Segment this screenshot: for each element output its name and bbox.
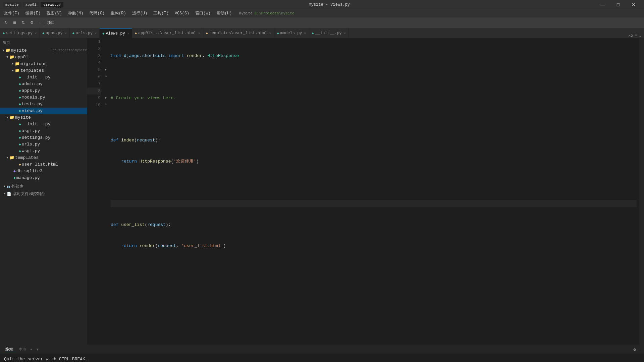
tab-label: app01\...\user_list.html [138, 31, 196, 36]
scroll-down[interactable]: ⌄ [639, 34, 641, 38]
code-line-1: from django.shortcuts import render, Htt… [111, 52, 637, 59]
tree-manage-py[interactable]: ◆ manage.py [0, 175, 87, 181]
menu-refactor[interactable]: 重构(R) [108, 10, 129, 17]
py-file-icon: ◆ [19, 141, 21, 148]
menu-run[interactable]: 运行(U) [129, 10, 150, 17]
tree-admin-py[interactable]: ◆ admin.py [0, 81, 87, 87]
menu-navigate[interactable]: 导航(N) [65, 10, 86, 17]
tree-arrow [9, 168, 13, 175]
close-button[interactable]: ✕ [626, 0, 641, 9]
menu-window[interactable]: 窗口(W) [193, 10, 213, 17]
tree-app01-templates[interactable]: ► 📁 templates [0, 67, 87, 74]
menu-edit[interactable]: 编辑(E) [23, 10, 44, 17]
sidebar-external-libs[interactable]: ► ☷ 外部库 [0, 183, 87, 190]
tree-app01[interactable]: ▼ 📁 app01 [0, 54, 87, 61]
menu-view[interactable]: 视图(V) [44, 10, 65, 17]
toolbar-collapse-btn[interactable]: − [37, 20, 43, 25]
terminal-dropdown-btn[interactable]: ▼ [37, 348, 39, 352]
breadcrumb-project[interactable]: 项目 [47, 20, 55, 25]
tab-templates-user-list[interactable]: ◆ templates\user_list.html ✕ [203, 28, 274, 38]
terminal-content[interactable]: Quit the server with CTRL-BREAK. PS E:\P… [0, 354, 644, 362]
fold-sub-6[interactable]: └ [103, 73, 108, 80]
maximize-button[interactable]: □ [610, 0, 626, 9]
terminal-add-btn[interactable]: + [30, 348, 33, 352]
fold-btn-5[interactable]: ▼ [103, 66, 108, 73]
menu-vcs[interactable]: VCS(S) [172, 10, 192, 16]
terminal-minimize-btn[interactable]: − [637, 347, 640, 352]
line-num-1: 1 [87, 38, 101, 45]
tab-app01-user-list[interactable]: ◆ app01\...\user_list.html ✕ [132, 28, 203, 38]
toolbar-list-btn[interactable]: ☰ [11, 20, 18, 25]
menu-code[interactable]: 代码(C) [87, 10, 107, 17]
tab-apps-py[interactable]: ◆ apps.py ✕ [40, 28, 69, 38]
menu-tools[interactable]: 工具(T) [151, 10, 171, 17]
tree-migrations[interactable]: ► 📁 migrations [0, 61, 87, 67]
fold-btn-9[interactable]: ▼ [103, 95, 108, 102]
scroll-up[interactable]: ⌃ [635, 34, 637, 38]
tree-root-mysite[interactable]: ▼ 📁 mysite E:\Projects\mysite [0, 47, 87, 54]
tree-mysite-init[interactable]: ◆ __init__.py [0, 121, 87, 128]
tab-close-init[interactable]: ✕ [344, 31, 346, 35]
tab-close-models[interactable]: ✕ [304, 31, 306, 35]
terminal-right-controls: ⚙ − [633, 347, 641, 352]
py-icon: ◆ [3, 31, 5, 35]
tab-close-tmpl-ul[interactable]: ✕ [269, 31, 271, 35]
tree-app01-init[interactable]: ◆ __init__.py [0, 74, 87, 81]
tab-urls-py[interactable]: ◆ urls.py ✕ [70, 28, 100, 38]
tab-close-settings[interactable]: ✕ [35, 31, 37, 35]
py-icon: ◆ [42, 31, 44, 35]
line-num-2: 2 [87, 45, 101, 52]
title-tab-views[interactable]: views.py [41, 2, 64, 7]
tab-close-views[interactable]: ✕ [127, 32, 129, 36]
tab-init-py[interactable]: ◆ __init__.py ✕ [309, 28, 349, 38]
sidebar-scratch[interactable]: ► 📄 临时文件和控制台 [0, 190, 87, 197]
menu-file[interactable]: 文件(F) [1, 10, 22, 17]
project-path: E:\Projects\mysite [255, 11, 294, 15]
toolbar-sync-btn[interactable]: ↻ [3, 20, 10, 25]
tab-close-apps[interactable]: ✕ [65, 31, 67, 35]
tree-label-migrations: migrations [20, 61, 87, 67]
tree-models-py[interactable]: ◆ models.py [0, 94, 87, 101]
tab-settings-py[interactable]: ◆ settings.py ✕ [0, 28, 40, 38]
py-file-icon: ◆ [19, 121, 21, 128]
sidebar-tree[interactable]: ▼ 📁 mysite E:\Projects\mysite ▼ 📁 app01 … [0, 47, 87, 345]
project-name: mysite [239, 11, 253, 15]
tree-views-py[interactable]: ◆ views.py [0, 108, 87, 114]
tree-urls-py[interactable]: ◆ urls.py [0, 141, 87, 148]
tree-wsgi-py[interactable]: ◆ wsgi.py [0, 148, 87, 155]
tree-mysite-folder[interactable]: ▼ 📁 mysite [0, 114, 87, 121]
title-tab-mysite[interactable]: mysite [3, 2, 21, 7]
tab-models-py[interactable]: ◆ models.py ✕ [274, 28, 309, 38]
fold-sub-10[interactable]: └ [103, 102, 108, 109]
minimize-button[interactable]: — [595, 0, 610, 9]
tab-close-app01-ul[interactable]: ✕ [198, 31, 200, 35]
toolbar-settings-btn[interactable]: ⚙ [28, 20, 36, 25]
line-num-7: 7 [87, 80, 101, 87]
tree-path: E:\Projects\mysite [51, 47, 87, 54]
menu-help[interactable]: 帮助(H) [214, 10, 235, 17]
line-num-8: 8 [87, 87, 101, 95]
tab-views-py[interactable]: ◆ views.py ✕ [100, 28, 132, 38]
line-num-4: 4 [87, 59, 101, 66]
tree-user-list-html[interactable]: ◆ user_list.html [0, 161, 87, 168]
tree-settings-py[interactable]: ◆ settings.py [0, 134, 87, 141]
tree-label-models: models.py [21, 94, 87, 101]
tree-apps-py[interactable]: ◆ apps.py [0, 87, 87, 94]
editor-content[interactable]: 1 2 3 4 5 6 7 8 9 10 ▼ └ ▼ [87, 38, 644, 345]
tree-db-sqlite[interactable]: ◆ db.sqlite3 [0, 168, 87, 175]
terminal-settings-btn[interactable]: ⚙ [633, 347, 636, 352]
tree-templates[interactable]: ▼ 📁 templates [0, 155, 87, 161]
tab-close-urls[interactable]: ✕ [95, 31, 97, 35]
tree-arrow: ▼ [5, 114, 9, 121]
toolbar-sort-btn[interactable]: ⇅ [20, 20, 27, 25]
code-editor[interactable]: from django.shortcuts import render, Htt… [108, 38, 639, 345]
fold-margin: ▼ └ ▼ └ [103, 38, 108, 345]
editor-scrollbar[interactable] [639, 38, 644, 345]
tab-label: templates\user_list.html [209, 31, 267, 36]
tree-arrow [15, 101, 19, 108]
tree-tests-py[interactable]: ◆ tests.py [0, 101, 87, 108]
terminal-tab-terminal[interactable]: 终端 [3, 346, 16, 353]
sidebar-title: 项目 [3, 40, 10, 45]
tree-asgi-py[interactable]: ◆ asgi.py [0, 128, 87, 134]
title-tab-app01[interactable]: app01 [23, 2, 39, 7]
